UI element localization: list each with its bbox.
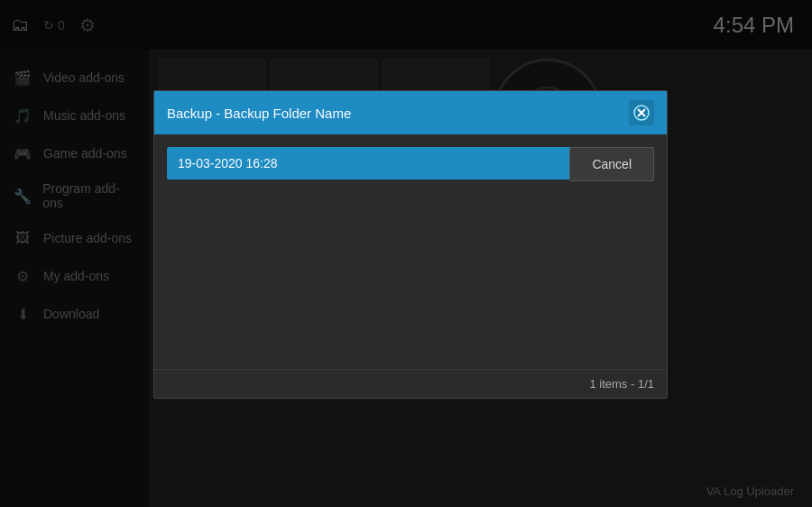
dialog-close-button[interactable] xyxy=(629,100,654,125)
dialog-title: Backup - Backup Folder Name xyxy=(167,106,351,121)
kodi-x-icon xyxy=(633,105,650,121)
dialog-body: 19-03-2020 16:28 Cancel xyxy=(154,134,667,369)
backup-folder-dialog: Backup - Backup Folder Name 19-03-2020 1… xyxy=(153,90,668,399)
dialog-footer: 1 items - 1/1 xyxy=(154,369,667,398)
dialog-actions: Cancel xyxy=(569,147,654,181)
cancel-button[interactable]: Cancel xyxy=(569,147,654,181)
dialog-header: Backup - Backup Folder Name xyxy=(154,91,667,134)
